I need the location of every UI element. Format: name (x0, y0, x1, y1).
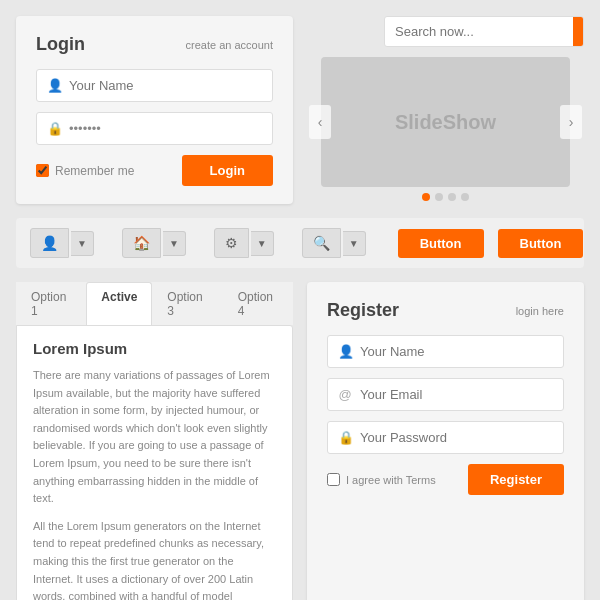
agree-terms-checkbox[interactable] (327, 473, 340, 486)
toolbar-search-group: 🔍 ▼ (302, 228, 366, 258)
toolbar-user-group: 👤 ▼ (30, 228, 94, 258)
register-header: Register login here (327, 300, 564, 321)
dot-4[interactable] (461, 193, 469, 201)
register-password-input[interactable] (360, 430, 553, 445)
register-email-field: @ (327, 378, 564, 411)
login-button[interactable]: Login (182, 155, 273, 186)
dot-2[interactable] (435, 193, 443, 201)
register-footer: I agree with Terms Register (327, 464, 564, 495)
password-field: 🔒 (36, 112, 273, 145)
slide-dots (321, 193, 570, 201)
lock-icon: 🔒 (47, 121, 61, 136)
register-user-icon: 👤 (338, 344, 352, 359)
gear-icon-button[interactable]: ⚙ (214, 228, 249, 258)
search-button[interactable]: 🔍 (573, 17, 584, 46)
tab-option3[interactable]: Option 3 (152, 282, 222, 325)
search-area: 🔍 (307, 16, 584, 47)
toolbar-row: 👤 ▼ 🏠 ▼ ⚙ ▼ 🔍 ▼ Button Button (16, 218, 584, 268)
user-dropdown-button[interactable]: ▼ (71, 231, 94, 256)
remember-me-label[interactable]: Remember me (36, 164, 134, 178)
slideshow-label: SlideShow (395, 111, 496, 134)
search-icon-button[interactable]: 🔍 (302, 228, 341, 258)
toolbar-home-group: 🏠 ▼ (122, 228, 186, 258)
login-card: Login create an account 👤 🔒 Remember me … (16, 16, 293, 204)
remember-me-checkbox[interactable] (36, 164, 49, 177)
user-icon-button[interactable]: 👤 (30, 228, 69, 258)
register-email-input[interactable] (360, 387, 553, 402)
register-name-field: 👤 (327, 335, 564, 368)
search-dropdown-button[interactable]: ▼ (343, 231, 366, 256)
search-input[interactable] (385, 17, 573, 46)
slideshow-wrapper: ‹ SlideShow › (307, 57, 584, 201)
toolbar-gear-group: ⚙ ▼ (214, 228, 274, 258)
create-account-link[interactable]: create an account (186, 39, 273, 51)
username-input[interactable] (69, 78, 262, 93)
register-name-input[interactable] (360, 344, 553, 359)
content-para-2: All the Lorem Ipsum generators on the In… (33, 518, 276, 600)
register-email-icon: @ (338, 387, 352, 402)
register-lock-icon: 🔒 (338, 430, 352, 445)
dot-1[interactable] (422, 193, 430, 201)
tabs-bar: Option 1 Active Option 3 Option 4 (16, 282, 293, 325)
login-here-link[interactable]: login here (516, 305, 564, 317)
user-icon: 👤 (47, 78, 61, 93)
toolbar-button-2[interactable]: Button (498, 229, 584, 258)
slideshow: ‹ SlideShow › (321, 57, 570, 187)
content-para-1: There are many variations of passages of… (33, 367, 276, 508)
right-top-panel: 🔍 ‹ SlideShow › (307, 16, 584, 204)
slide-next-button[interactable]: › (560, 105, 582, 139)
content-title: Lorem Ipsum (33, 340, 276, 357)
register-card: Register login here 👤 @ 🔒 I agree with T… (307, 282, 584, 600)
gear-dropdown-button[interactable]: ▼ (251, 231, 274, 256)
content-card: Lorem Ipsum There are many variations of… (16, 325, 293, 600)
agree-terms-label[interactable]: I agree with Terms (327, 473, 436, 486)
dot-3[interactable] (448, 193, 456, 201)
login-header: Login create an account (36, 34, 273, 55)
username-field: 👤 (36, 69, 273, 102)
home-icon-button[interactable]: 🏠 (122, 228, 161, 258)
search-bar: 🔍 (384, 16, 584, 47)
toolbar-button-1[interactable]: Button (398, 229, 484, 258)
register-title: Register (327, 300, 399, 321)
tab-active[interactable]: Active (86, 282, 152, 325)
home-dropdown-button[interactable]: ▼ (163, 231, 186, 256)
login-title: Login (36, 34, 85, 55)
login-footer: Remember me Login (36, 155, 273, 186)
tab-option1[interactable]: Option 1 (16, 282, 86, 325)
slide-prev-button[interactable]: ‹ (309, 105, 331, 139)
register-button[interactable]: Register (468, 464, 564, 495)
bottom-left-panel: Option 1 Active Option 3 Option 4 Lorem … (16, 282, 293, 600)
register-password-field: 🔒 (327, 421, 564, 454)
tab-option4[interactable]: Option 4 (223, 282, 293, 325)
password-input[interactable] (69, 121, 262, 136)
